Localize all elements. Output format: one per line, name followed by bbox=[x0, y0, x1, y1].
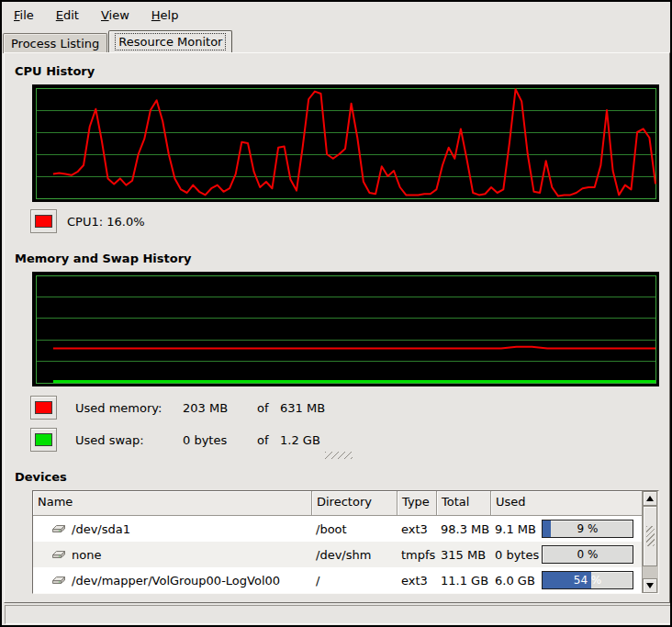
device-name-cell: none bbox=[33, 547, 312, 562]
device-total: 11.1 GB bbox=[437, 574, 491, 588]
arrow-up-icon bbox=[646, 496, 654, 501]
tab-process-listing[interactable]: Process Listing bbox=[3, 33, 107, 53]
cpu-history-graph bbox=[32, 84, 659, 202]
menu-view[interactable]: View bbox=[93, 5, 138, 26]
menu-help[interactable]: Help bbox=[143, 5, 187, 26]
column-header-total[interactable]: Total bbox=[437, 491, 491, 516]
swap-total-value: 1.2 GB bbox=[280, 433, 320, 447]
usage-progress-bar: 9 % bbox=[542, 520, 633, 538]
disk-icon bbox=[51, 547, 66, 562]
devices-scrollbar[interactable] bbox=[642, 491, 658, 593]
disk-icon bbox=[51, 521, 66, 536]
device-type: tmpfs bbox=[398, 548, 437, 562]
table-row[interactable]: /dev/sda1 /boot ext3 98.3 MB 9.1 MB 9 % bbox=[33, 516, 643, 542]
cpu-color-swatch bbox=[35, 215, 52, 228]
status-bar bbox=[5, 605, 671, 624]
device-name: /dev/mapper/VolGroup00-LogVol00 bbox=[72, 574, 280, 588]
memory-total-value: 631 MB bbox=[280, 401, 325, 415]
devices-table-viewport: Name Directory Type Total Used /dev/sda1… bbox=[33, 491, 643, 593]
usage-percent-label: 0 % bbox=[543, 546, 633, 563]
memory-of-label: of bbox=[257, 401, 269, 415]
memory-color-swatch bbox=[35, 401, 52, 414]
swap-of-label: of bbox=[257, 433, 269, 447]
column-header-used[interactable]: Used bbox=[491, 491, 643, 516]
menu-edit[interactable]: Edit bbox=[48, 5, 87, 26]
scroll-up-button[interactable] bbox=[643, 491, 657, 506]
swap-legend-label: Used swap: bbox=[75, 433, 144, 447]
devices-title: Devices bbox=[15, 470, 67, 484]
menu-file[interactable]: File bbox=[6, 5, 42, 26]
scroll-down-button[interactable] bbox=[643, 578, 657, 593]
usage-progress-bar: 0 % bbox=[542, 545, 633, 564]
cpu-history-title: CPU History bbox=[15, 64, 95, 78]
device-total: 315 MB bbox=[437, 548, 491, 562]
usage-percent-label: 9 % bbox=[543, 521, 633, 537]
device-name-cell: /dev/sda1 bbox=[33, 521, 312, 536]
pane-resize-grip[interactable] bbox=[325, 452, 353, 459]
column-header-name[interactable]: Name bbox=[33, 491, 312, 516]
swap-color-swatch bbox=[35, 433, 52, 446]
scrollbar-grip-icon bbox=[646, 526, 655, 546]
device-name: /dev/sda1 bbox=[72, 522, 130, 536]
tab-process-listing-label: Process Listing bbox=[11, 37, 99, 50]
devices-table-header: Name Directory Type Total Used bbox=[33, 491, 643, 516]
column-header-type[interactable]: Type bbox=[398, 491, 437, 516]
swap-used-value: 0 bytes bbox=[183, 433, 227, 447]
device-directory: /boot bbox=[312, 522, 398, 536]
menubar: File Edit View Help bbox=[2, 2, 670, 28]
column-header-directory[interactable]: Directory bbox=[312, 491, 398, 516]
device-name-cell: /dev/mapper/VolGroup00-LogVol00 bbox=[33, 573, 312, 588]
usage-percent-label: 54 % bbox=[543, 572, 633, 588]
table-row[interactable]: none /dev/shm tmpfs 315 MB 0 bytes 0 % bbox=[33, 542, 643, 567]
device-type: ext3 bbox=[398, 522, 437, 536]
tab-bar: Process Listing Resource Monitor bbox=[3, 29, 232, 53]
swap-color-button[interactable] bbox=[30, 428, 57, 452]
device-used-cell: 9.1 MB 9 % bbox=[491, 520, 643, 538]
memory-legend-label: Used memory: bbox=[75, 401, 162, 415]
device-total: 98.3 MB bbox=[437, 522, 491, 536]
disk-icon bbox=[51, 573, 66, 588]
scrollbar-thumb[interactable] bbox=[643, 506, 657, 566]
usage-progress-bar: 54 % bbox=[542, 571, 633, 589]
devices-table: Name Directory Type Total Used /dev/sda1… bbox=[32, 490, 659, 594]
cpu-color-button[interactable] bbox=[30, 209, 57, 233]
table-row[interactable]: /dev/mapper/VolGroup00-LogVol00 / ext3 1… bbox=[33, 567, 643, 593]
device-used: 9.1 MB bbox=[495, 522, 536, 536]
devices-rows: /dev/sda1 /boot ext3 98.3 MB 9.1 MB 9 % … bbox=[33, 516, 643, 593]
device-directory: / bbox=[312, 574, 398, 588]
device-name: none bbox=[72, 548, 101, 562]
device-used: 0 bytes bbox=[495, 548, 539, 562]
device-used-cell: 6.0 GB 54 % bbox=[491, 571, 643, 589]
device-used: 6.0 GB bbox=[495, 574, 535, 588]
tab-resource-monitor[interactable]: Resource Monitor bbox=[108, 30, 232, 53]
memory-history-title: Memory and Swap History bbox=[15, 252, 192, 265]
memory-color-button[interactable] bbox=[30, 396, 57, 420]
device-used-cell: 0 bytes 0 % bbox=[491, 545, 643, 564]
memory-history-graph bbox=[32, 272, 659, 386]
device-directory: /dev/shm bbox=[312, 548, 398, 562]
cpu-legend-label: CPU1: 16.0% bbox=[67, 215, 145, 229]
device-type: ext3 bbox=[398, 574, 437, 588]
cpu-history-plot bbox=[34, 86, 657, 200]
memory-history-plot bbox=[34, 274, 657, 385]
memory-used-value: 203 MB bbox=[183, 401, 228, 415]
tab-resource-monitor-label: Resource Monitor bbox=[116, 34, 225, 50]
arrow-down-icon bbox=[646, 583, 654, 588]
system-monitor-window: File Edit View Help Process Listing Reso… bbox=[0, 0, 672, 627]
